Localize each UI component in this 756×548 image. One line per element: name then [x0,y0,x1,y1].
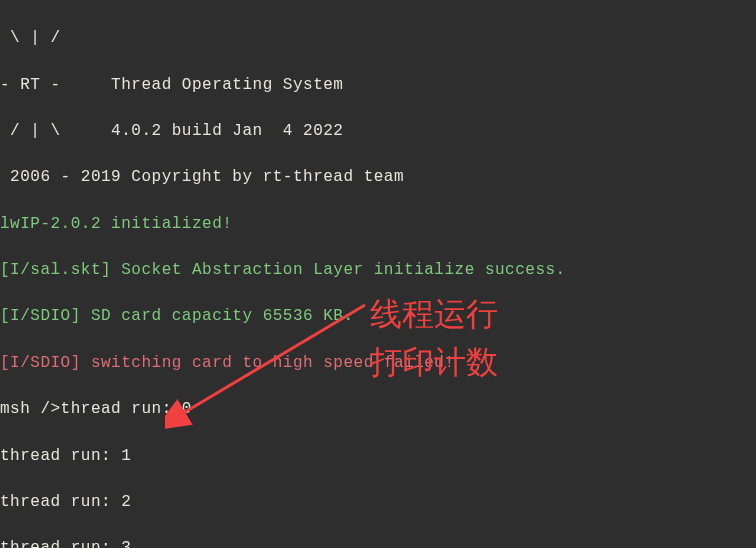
sal-init-line: [I/sal.skt] Socket Abstraction Layer ini… [0,259,756,282]
lwip-init-line: lwIP-2.0.2 initialized! [0,213,756,236]
sdio-capacity-line: [I/SDIO] SD card capacity 65536 KB. [0,305,756,328]
shell-prompt-line: msh />thread run: 0 [0,398,756,421]
banner-line: 2006 - 2019 Copyright by rt-thread team [0,166,756,189]
terminal-output[interactable]: \ | / - RT - Thread Operating System / |… [0,4,756,548]
thread-run-line: thread run: 2 [0,491,756,514]
thread-run-line: thread run: 3 [0,537,756,548]
thread-run-line: thread run: 1 [0,445,756,468]
banner-line: / | \ 4.0.2 build Jan 4 2022 [0,120,756,143]
banner-line: - RT - Thread Operating System [0,74,756,97]
banner-line: \ | / [0,27,756,50]
sdio-error-line: [I/SDIO] switching card to high speed fa… [0,352,756,375]
